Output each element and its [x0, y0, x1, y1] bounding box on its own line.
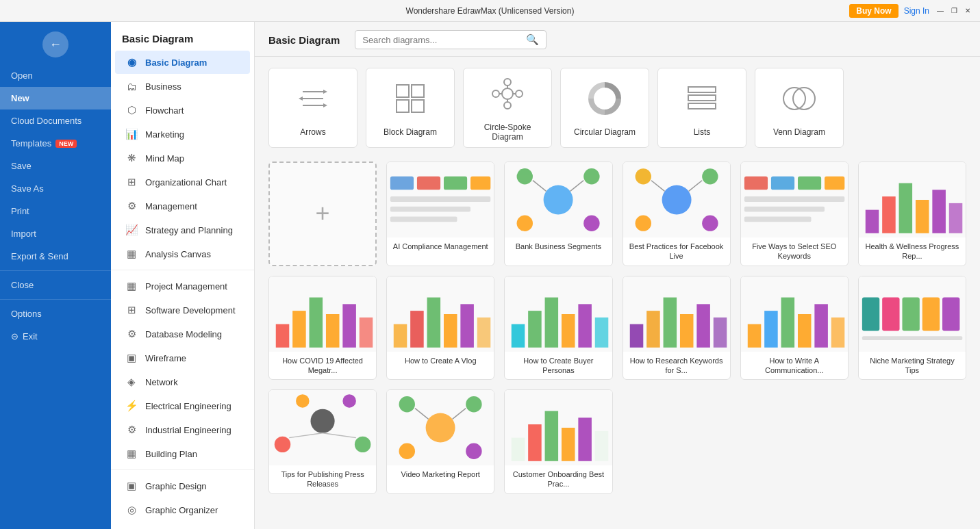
svg-point-34: [517, 168, 533, 184]
svg-rect-74: [444, 314, 457, 348]
cat-item-software-dev[interactable]: ⊞Software Development: [115, 298, 250, 322]
back-button[interactable]: ←: [42, 31, 68, 57]
cat-item-analysis[interactable]: ▦Analysis Canvas: [115, 242, 250, 266]
sidebar-item-options[interactable]: Options: [0, 302, 111, 325]
svg-marker-5: [323, 103, 327, 107]
template-card-6[interactable]: How to Create A Vlog: [386, 276, 494, 380]
template-thumb-3: [741, 162, 848, 237]
template-card-13[interactable]: Customer Onboarding Best Prac...: [504, 389, 612, 494]
sign-in-link[interactable]: Sign In: [904, 6, 929, 16]
sidebar-item-save-as[interactable]: Save As: [0, 177, 111, 200]
electrical-icon: ⚡: [125, 399, 138, 413]
template-card-8[interactable]: How to Research Keywords for S...: [623, 276, 731, 380]
cat-item-graphic-org[interactable]: ◎Graphic Organizer: [115, 498, 250, 521]
icon-card-arrows[interactable]: Arrows: [268, 68, 357, 148]
svg-rect-30: [390, 207, 470, 212]
svg-rect-125: [562, 428, 575, 461]
buy-now-button[interactable]: Buy Now: [849, 4, 898, 18]
svg-point-110: [342, 394, 356, 408]
template-label-4: Health & Wellness Progress Rep...: [859, 237, 966, 266]
cat-item-org-chart[interactable]: ⊞Organizational Chart: [115, 170, 250, 194]
cat-item-network[interactable]: ◈Network: [115, 370, 250, 393]
sidebar-item-exit[interactable]: ⊝Exit: [0, 325, 111, 348]
svg-rect-25: [390, 177, 414, 190]
svg-point-13: [504, 102, 511, 109]
sidebar-item-cloud[interactable]: Cloud Documents: [0, 109, 111, 132]
cat-item-management[interactable]: ⚙Management: [115, 194, 250, 218]
cat-item-industrial[interactable]: ⚙Industrial Engineering: [115, 418, 250, 441]
svg-rect-85: [629, 324, 643, 347]
sidebar-item-print[interactable]: Print: [0, 200, 111, 222]
svg-point-107: [275, 437, 290, 452]
sidebar-logo[interactable]: ←: [0, 22, 111, 64]
cat-label-network: Network: [145, 377, 178, 387]
svg-point-45: [702, 215, 718, 231]
template-card-10[interactable]: Niche Marketing Strategy Tips: [858, 276, 966, 380]
sidebar-item-templates[interactable]: TemplatesNEW: [0, 132, 111, 155]
building-icon: ▦: [125, 447, 138, 461]
cat-item-business[interactable]: 🗂Business: [115, 75, 250, 98]
svg-rect-79: [528, 311, 542, 348]
svg-point-14: [492, 90, 499, 97]
sidebar-label-close: Close: [11, 280, 34, 290]
template-card-5[interactable]: How COVID 19 Affected Megatr...: [268, 276, 377, 380]
cat-item-strategy[interactable]: 📈Strategy and Planning: [115, 218, 250, 242]
svg-point-44: [635, 215, 651, 231]
icon-card-lists[interactable]: Lists: [657, 68, 746, 148]
sidebar-item-import[interactable]: Import: [0, 222, 111, 245]
sidebar-label-save-as: Save As: [11, 183, 44, 194]
svg-point-37: [584, 215, 600, 231]
search-input[interactable]: [362, 35, 526, 45]
sidebar-item-save[interactable]: Save: [0, 155, 111, 177]
cat-item-marketing[interactable]: 📊Marketing: [115, 122, 250, 146]
icon-card-venn[interactable]: Venn Diagram: [755, 68, 844, 148]
sidebar-item-close[interactable]: Close: [0, 274, 111, 296]
sidebar-item-export[interactable]: Export & Send: [0, 245, 111, 268]
svg-rect-97: [831, 317, 844, 347]
template-card-0[interactable]: AI Compliance Management: [386, 162, 494, 266]
icon-card-block[interactable]: Block Diagram: [366, 68, 455, 148]
svg-point-42: [635, 168, 651, 184]
svg-rect-51: [798, 177, 821, 190]
template-card-11[interactable]: Tips for Publishing Press Releases: [268, 389, 377, 494]
template-card-1[interactable]: Bank Business Segments: [504, 162, 612, 266]
close-button[interactable]: ✕: [962, 5, 973, 16]
svg-rect-102: [922, 297, 940, 331]
template-card-12[interactable]: Video Marketing Report: [386, 389, 494, 494]
cat-item-wireframe[interactable]: ▣Wireframe: [115, 346, 250, 370]
sidebar-item-new[interactable]: New: [0, 87, 111, 109]
template-card-4[interactable]: Health & Wellness Progress Rep...: [858, 162, 966, 266]
template-label-8: How to Research Keywords for S...: [623, 352, 730, 380]
template-card-2[interactable]: Best Practices for Facebook Live: [623, 162, 731, 266]
cat-item-basic-diagram[interactable]: ◉Basic Diagram: [115, 51, 250, 74]
cat-item-building[interactable]: ▦Building Plan: [115, 442, 250, 465]
maximize-button[interactable]: ❐: [948, 5, 959, 16]
cat-item-project-mgmt[interactable]: ▦Project Management: [115, 274, 250, 298]
template-card-7[interactable]: How to Create Buyer Personas: [504, 276, 612, 380]
management-icon: ⚙: [125, 199, 138, 213]
main-content: Basic Diagram 🔍 ArrowsBlock DiagramCircl…: [255, 22, 980, 529]
cat-item-electrical[interactable]: ⚡Electrical Engineering: [115, 394, 250, 417]
cat-label-management: Management: [145, 201, 197, 211]
svg-rect-69: [360, 317, 373, 347]
minimize-button[interactable]: —: [935, 5, 946, 16]
template-label-12: Video Marketing Report: [387, 465, 494, 483]
svg-point-33: [544, 185, 573, 215]
template-thumb-4: [859, 162, 966, 237]
sidebar-item-open[interactable]: Open: [0, 64, 111, 87]
cat-item-flowchart[interactable]: ⬡Flowchart: [115, 99, 250, 122]
icon-card-circular[interactable]: Circular Diagram: [560, 68, 649, 148]
template-card-9[interactable]: How to Write A Communication...: [740, 276, 849, 380]
search-icon[interactable]: 🔍: [526, 34, 539, 46]
template-card-3[interactable]: Five Ways to Select SEO Keywords: [740, 162, 849, 266]
cat-item-mind-map[interactable]: ❋Mind Map: [115, 146, 250, 170]
template-label-6: How to Create A Vlog: [387, 352, 494, 370]
template-thumb-12: [387, 390, 494, 465]
icon-card-circle-spoke[interactable]: Circle-Spoke Diagram: [463, 68, 552, 148]
cat-item-database[interactable]: ⚙Database Modeling: [115, 322, 250, 346]
cat-item-graphic-design[interactable]: ▣Graphic Design: [115, 474, 250, 498]
svg-rect-124: [545, 411, 559, 461]
svg-rect-57: [866, 210, 879, 233]
sidebar-label-open: Open: [11, 70, 33, 81]
new-template-card[interactable]: +: [268, 162, 377, 266]
